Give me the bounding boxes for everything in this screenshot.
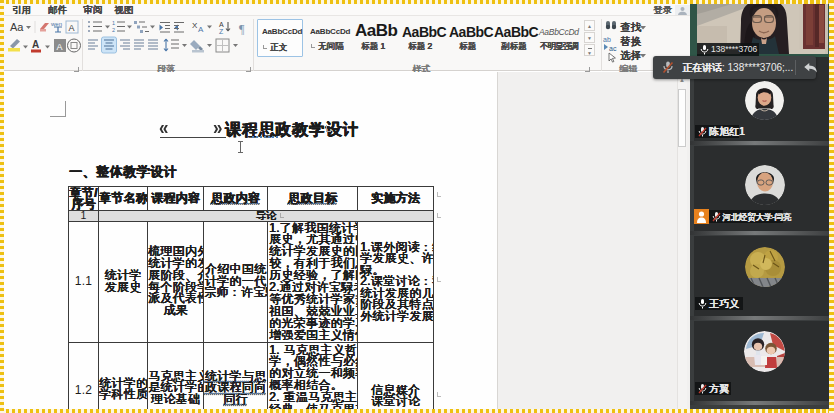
svg-text:A: A [57,42,63,52]
svg-text:A: A [198,25,204,34]
svg-text:Z: Z [219,28,224,35]
svg-text:A: A [69,23,75,33]
svg-text:A: A [32,39,39,50]
svg-text:ac: ac [609,45,617,52]
svg-text:ab: ab [603,36,611,43]
svg-text:Aa: Aa [10,21,24,33]
svg-text:1: 1 [112,20,115,26]
svg-text:A: A [219,21,224,28]
svg-text:¶: ¶ [239,22,245,36]
svg-text:wen: wen [50,21,62,27]
svg-text:2: 2 [112,27,115,33]
